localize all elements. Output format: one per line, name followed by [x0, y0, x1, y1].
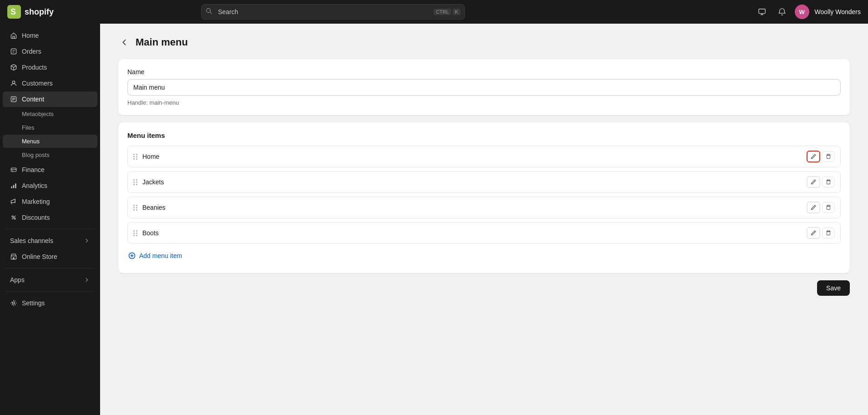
sidebar-item-finance[interactable]: Finance: [3, 162, 97, 177]
sidebar-item-discounts[interactable]: Discounts: [3, 210, 97, 225]
svg-rect-24: [15, 183, 16, 188]
menu-item-label: Beanies: [142, 204, 802, 211]
main-content: Main menu Name Handle: main-menu Menu it…: [100, 24, 868, 415]
content-icon: [10, 96, 17, 103]
delete-menu-item-button[interactable]: [822, 177, 835, 187]
topbar-monitor-btn[interactable]: [755, 5, 769, 19]
topbar-right: W Woolly Wonders: [755, 5, 861, 19]
search-bar: CTRL K: [201, 4, 465, 20]
menu-item-label: Jackets: [142, 178, 802, 186]
save-button[interactable]: Save: [817, 280, 850, 296]
page-footer: Save: [118, 280, 850, 296]
products-icon: [10, 64, 17, 71]
drag-handle[interactable]: [133, 230, 138, 236]
edit-icon: [810, 153, 817, 160]
edit-icon: [810, 230, 817, 236]
sidebar-sub-menus[interactable]: Menus: [3, 135, 97, 148]
sidebar-label-online-store: Online Store: [22, 253, 57, 260]
store-name[interactable]: Woolly Wonders: [815, 8, 861, 15]
search-shortcut: CTRL K: [434, 9, 460, 15]
sidebar-label-discounts: Discounts: [22, 214, 50, 221]
add-menu-item-label: Add menu item: [139, 252, 182, 259]
delete-menu-item-button[interactable]: [822, 202, 835, 213]
svg-rect-21: [12, 171, 13, 171]
menu-items-card: Menu items Home: [118, 122, 850, 273]
menu-item-row: Boots: [127, 222, 841, 244]
menu-item-row: Home: [127, 146, 841, 167]
sidebar-item-settings[interactable]: Settings: [3, 295, 97, 311]
sidebar-sub-metaobjects[interactable]: Metaobjects: [3, 107, 97, 121]
sidebar-item-marketing[interactable]: Marketing: [3, 194, 97, 209]
plus-circle-icon: [128, 252, 136, 259]
svg-line-27: [12, 216, 15, 219]
sidebar-label-content: Content: [22, 96, 44, 103]
handle-text: Handle: main-menu: [127, 99, 841, 106]
svg-rect-34: [827, 232, 830, 235]
chevron-right-icon: [84, 238, 90, 244]
sidebar-item-orders[interactable]: Orders: [3, 44, 97, 59]
sidebar-sub-files[interactable]: Files: [3, 121, 97, 134]
add-menu-item-button[interactable]: Add menu item: [127, 248, 183, 264]
sidebar-apps-label: Apps: [10, 276, 25, 283]
sidebar-item-home[interactable]: Home: [3, 28, 97, 43]
page-header: Main menu: [118, 36, 850, 48]
edit-icon: [810, 204, 817, 211]
edit-menu-item-button[interactable]: [807, 227, 820, 239]
store-icon: [10, 253, 17, 260]
drag-handle[interactable]: [133, 154, 138, 160]
menu-item-row: Beanies: [127, 197, 841, 218]
customers-icon: [10, 80, 17, 87]
menu-item-actions: [807, 227, 835, 239]
back-button[interactable]: [118, 36, 130, 48]
sidebar-sub-blog-posts[interactable]: Blog posts: [3, 148, 97, 162]
marketing-icon: [10, 198, 17, 205]
svg-point-25: [12, 216, 13, 217]
shopify-logo[interactable]: S shopify: [7, 5, 54, 19]
svg-rect-19: [11, 168, 16, 172]
topbar-notification-btn[interactable]: [775, 5, 789, 19]
sidebar-label-finance: Finance: [22, 166, 45, 173]
menu-item-row: Jackets: [127, 171, 841, 193]
menu-name-input[interactable]: [127, 79, 841, 96]
svg-rect-23: [13, 185, 14, 188]
back-arrow-icon: [120, 38, 128, 46]
svg-rect-4: [758, 9, 765, 14]
sidebar-item-analytics[interactable]: Analytics: [3, 178, 97, 193]
drag-handle[interactable]: [133, 179, 138, 185]
sidebar-item-products[interactable]: Products: [3, 60, 97, 75]
menu-item-label: Home: [142, 153, 802, 160]
sidebar-sales-channels[interactable]: Sales channels: [3, 233, 97, 248]
store-avatar[interactable]: W: [795, 5, 809, 19]
delete-menu-item-button[interactable]: [822, 151, 835, 162]
svg-point-30: [13, 302, 15, 304]
edit-menu-item-button[interactable]: [807, 151, 820, 162]
search-input[interactable]: [201, 4, 465, 20]
trash-icon: [825, 179, 832, 185]
svg-line-12: [14, 66, 16, 67]
edit-menu-item-button[interactable]: [807, 176, 820, 188]
sidebar-label-analytics: Analytics: [22, 182, 47, 189]
sidebar-item-content[interactable]: Content: [3, 91, 97, 107]
sidebar-label-settings: Settings: [22, 299, 45, 307]
shopify-logo-icon: S: [7, 5, 21, 19]
discounts-icon: [10, 214, 17, 221]
sidebar-item-online-store[interactable]: Online Store: [3, 249, 97, 264]
sidebar-label-products: Products: [22, 64, 47, 71]
svg-rect-29: [13, 258, 14, 259]
svg-rect-31: [827, 155, 830, 158]
svg-point-14: [12, 81, 15, 84]
drag-handle[interactable]: [133, 205, 138, 211]
sidebar-apps[interactable]: Apps: [3, 272, 97, 288]
home-icon: [10, 32, 17, 39]
orders-icon: [10, 48, 17, 55]
delete-menu-item-button[interactable]: [822, 228, 835, 238]
svg-rect-8: [11, 49, 16, 54]
trash-icon: [825, 153, 832, 160]
edit-menu-item-button[interactable]: [807, 202, 820, 213]
svg-text:S: S: [10, 7, 16, 16]
sidebar-item-customers[interactable]: Customers: [3, 76, 97, 91]
sidebar-label-customers: Customers: [22, 80, 53, 87]
menu-item-actions: [807, 176, 835, 188]
sidebar-sales-channels-label: Sales channels: [10, 237, 53, 244]
topbar: S shopify CTRL K W Woolly Wonders: [0, 0, 868, 24]
